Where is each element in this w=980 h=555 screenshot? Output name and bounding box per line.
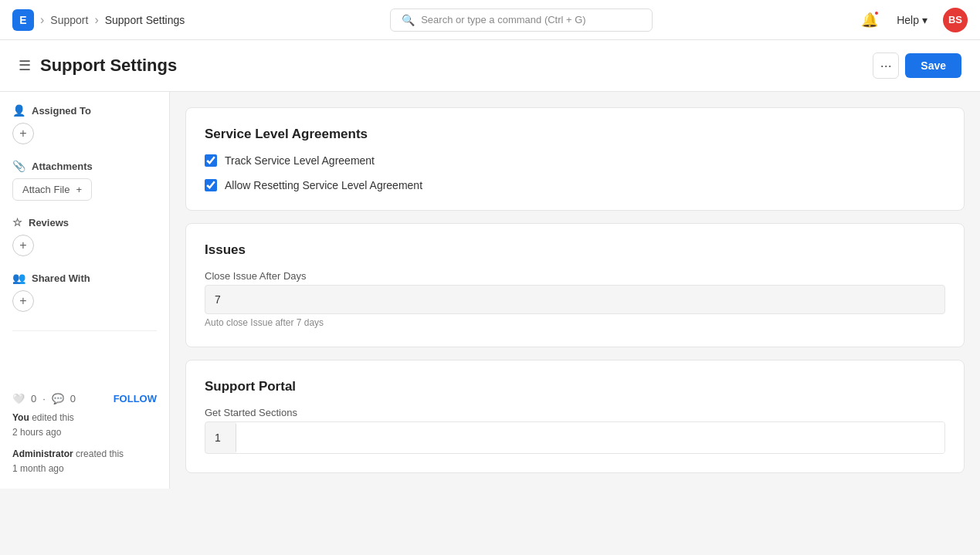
sidebar-section-reviews: ☆ Reviews + bbox=[12, 216, 157, 256]
search-bar[interactable]: 🔍 Search or type a command (Ctrl + G) bbox=[390, 8, 653, 32]
sidebar-section-attachments: 📎 Attachments Attach File + bbox=[12, 160, 157, 201]
history-time-1: 1 month ago bbox=[12, 463, 64, 474]
save-button[interactable]: Save bbox=[905, 53, 961, 78]
add-reviews-button[interactable]: + bbox=[12, 235, 34, 256]
get-started-label: Get Started Sections bbox=[205, 407, 945, 418]
allow-reset-sla-checkbox[interactable] bbox=[205, 179, 217, 191]
more-options-button[interactable]: ··· bbox=[873, 52, 899, 79]
history-item-0: You edited this 2 hours ago bbox=[12, 411, 157, 440]
nav-actions: 🔔 Help ▾ BS bbox=[858, 8, 968, 32]
page-header-left: ☰ Support Settings bbox=[19, 56, 177, 76]
follow-button[interactable]: FOLLOW bbox=[114, 393, 157, 404]
add-shared-with-button[interactable]: + bbox=[12, 290, 34, 312]
history-actor-0: You bbox=[12, 412, 29, 423]
dot-separator: · bbox=[42, 393, 46, 404]
close-issue-label: Close Issue After Days bbox=[205, 270, 945, 282]
assigned-to-title: 👤 Assigned To bbox=[12, 104, 157, 117]
attachments-label: Attachments bbox=[32, 161, 93, 172]
allow-reset-sla-row: Allow Resetting Service Level Agreement bbox=[205, 179, 945, 191]
sidebar-footer: 🤍 0 · 💬 0 FOLLOW You edited this 2 hours… bbox=[12, 393, 157, 476]
attach-file-label: Attach File bbox=[22, 184, 70, 195]
help-button[interactable]: Help ▾ bbox=[890, 11, 934, 29]
page-header-right: ··· Save bbox=[873, 52, 961, 79]
close-issue-field: Close Issue After Days Auto close Issue … bbox=[205, 270, 945, 328]
reviews-title: ☆ Reviews bbox=[12, 216, 157, 228]
page-title: Support Settings bbox=[40, 56, 177, 76]
history-item-1: Administrator created this 1 month ago bbox=[12, 447, 157, 476]
get-started-input-container: 1 bbox=[205, 421, 945, 454]
help-chevron-icon: ▾ bbox=[922, 14, 927, 26]
search-placeholder: Search or type a command (Ctrl + G) bbox=[421, 14, 586, 25]
edit-history: You edited this 2 hours ago Administrato… bbox=[12, 411, 157, 476]
person-icon: 👤 bbox=[12, 104, 25, 117]
sidebar-divider bbox=[12, 330, 157, 331]
sidebar-section-shared-with: 👥 Shared With + bbox=[12, 272, 157, 312]
comments-count: 0 bbox=[70, 393, 76, 404]
close-issue-input[interactable] bbox=[205, 285, 945, 314]
issues-card: Issues Close Issue After Days Auto close… bbox=[185, 223, 965, 347]
attach-file-button[interactable]: Attach File + bbox=[12, 178, 92, 201]
likes-row: 🤍 0 · 💬 0 FOLLOW bbox=[12, 393, 157, 404]
content-area: 👤 Assigned To + 📎 Attachments Attach Fil… bbox=[0, 92, 980, 489]
like-icon: 🤍 bbox=[12, 393, 25, 404]
people-icon: 👥 bbox=[12, 272, 25, 284]
help-label: Help bbox=[897, 14, 919, 26]
main-content: Service Level Agreements Track Service L… bbox=[170, 92, 980, 489]
breadcrumb-sep-2: › bbox=[94, 13, 98, 27]
sla-title: Service Level Agreements bbox=[205, 127, 945, 142]
star-icon: ☆ bbox=[12, 216, 22, 228]
avatar[interactable]: BS bbox=[943, 8, 968, 32]
attachments-title: 📎 Attachments bbox=[12, 160, 157, 172]
track-sla-checkbox[interactable] bbox=[205, 154, 217, 167]
close-issue-hint: Auto close Issue after 7 days bbox=[205, 317, 945, 328]
history-action-1: created this bbox=[76, 448, 124, 459]
likes-count: 0 bbox=[31, 393, 36, 404]
get-started-bar bbox=[236, 422, 944, 453]
page-header: ☰ Support Settings ··· Save bbox=[0, 40, 980, 92]
app-icon: E bbox=[12, 9, 34, 31]
shared-with-title: 👥 Shared With bbox=[12, 272, 157, 284]
breadcrumb: E › Support › Support Settings bbox=[12, 9, 185, 31]
search-icon: 🔍 bbox=[402, 14, 415, 26]
sla-card: Service Level Agreements Track Service L… bbox=[185, 107, 965, 211]
track-sla-row: Track Service Level Agreement bbox=[205, 154, 945, 167]
sidebar-section-assigned-to: 👤 Assigned To + bbox=[12, 104, 157, 144]
sidebar: 👤 Assigned To + 📎 Attachments Attach Fil… bbox=[0, 92, 170, 489]
notification-dot bbox=[873, 10, 880, 16]
breadcrumb-sep-1: › bbox=[40, 13, 44, 27]
track-sla-label: Track Service Level Agreement bbox=[225, 154, 375, 167]
shared-with-label: Shared With bbox=[32, 272, 90, 284]
breadcrumb-support-settings: Support Settings bbox=[105, 14, 185, 26]
top-navbar: E › Support › Support Settings 🔍 Search … bbox=[0, 0, 980, 40]
history-time-0: 2 hours ago bbox=[12, 427, 61, 438]
attach-plus-icon: + bbox=[76, 184, 82, 195]
history-action-0: edited this bbox=[32, 412, 74, 423]
allow-reset-sla-label: Allow Resetting Service Level Agreement bbox=[225, 179, 422, 191]
comment-icon: 💬 bbox=[52, 393, 64, 404]
add-assigned-to-button[interactable]: + bbox=[12, 123, 34, 144]
sidebar-toggle-icon[interactable]: ☰ bbox=[19, 57, 31, 74]
history-actor-1: Administrator bbox=[12, 448, 73, 459]
issues-title: Issues bbox=[205, 242, 945, 258]
reviews-label: Reviews bbox=[29, 217, 69, 228]
search-area: 🔍 Search or type a command (Ctrl + G) bbox=[185, 8, 858, 32]
get-started-field: Get Started Sections 1 bbox=[205, 407, 945, 454]
breadcrumb-support[interactable]: Support bbox=[50, 14, 88, 26]
get-started-value: 1 bbox=[205, 424, 236, 452]
paperclip-icon: 📎 bbox=[12, 160, 25, 172]
portal-title: Support Portal bbox=[205, 379, 945, 394]
assigned-to-label: Assigned To bbox=[32, 105, 91, 117]
notifications-button[interactable]: 🔔 bbox=[858, 8, 881, 32]
portal-card: Support Portal Get Started Sections 1 bbox=[185, 360, 965, 473]
